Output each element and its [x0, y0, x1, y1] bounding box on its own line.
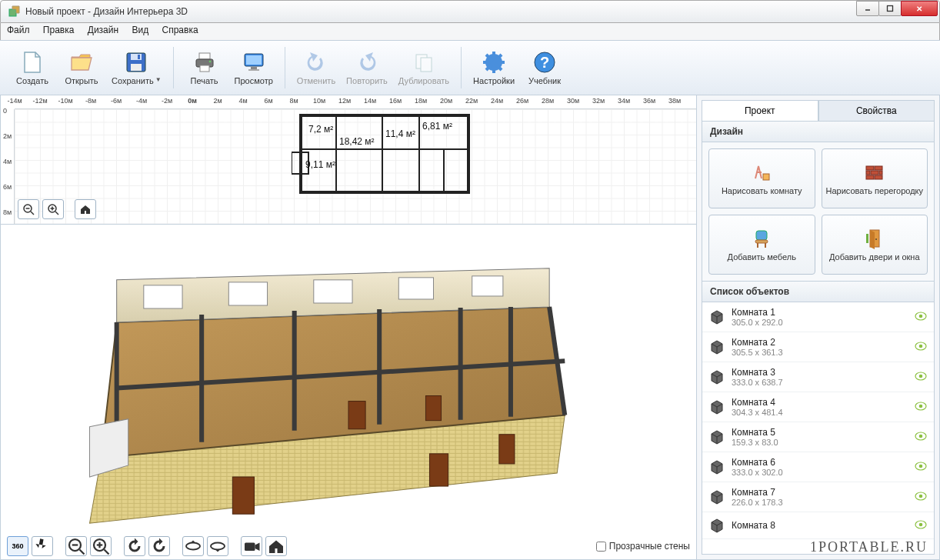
visibility-icon[interactable]: [914, 342, 928, 353]
visibility-icon[interactable]: [914, 492, 928, 503]
door-icon: [864, 228, 885, 249]
create-button[interactable]: Создать: [8, 44, 57, 92]
rotate-right-button[interactable]: [148, 536, 170, 556]
svg-rect-72: [879, 171, 882, 175]
svg-rect-6: [131, 64, 142, 71]
object-list-item[interactable]: Комната 4304.3 x 481.4: [702, 392, 934, 422]
svg-rect-73: [866, 175, 874, 179]
view-360-button[interactable]: 360: [7, 536, 28, 556]
svg-rect-55: [499, 435, 515, 464]
svg-point-65: [211, 543, 225, 550]
object-list-item[interactable]: Комната 5159.3 x 83.0: [702, 422, 934, 452]
menu-view[interactable]: Вид: [132, 25, 148, 35]
duplicate-icon: [412, 50, 436, 75]
cube-icon: [708, 308, 725, 325]
svg-rect-15: [248, 69, 259, 71]
svg-point-86: [919, 314, 923, 318]
view-2d[interactable]: -2м-4м-6м-8м-10м-12м-14м0м2м4м6м8м10м12м…: [1, 95, 696, 225]
svg-rect-68: [866, 166, 874, 170]
view-3d[interactable]: 360 Прозрачные стены: [1, 225, 696, 559]
zoom-in-3d[interactable]: [90, 536, 112, 556]
ruler-tick: 2м: [213, 97, 222, 105]
save-dropdown-icon[interactable]: ▼: [155, 76, 162, 83]
camera-button[interactable]: [241, 536, 262, 556]
tilt-up-button[interactable]: [182, 536, 204, 556]
floor-plan[interactable]: 7,2 м² 18,42 м² 11,4 м² 6,81 м² 9,11 м²: [292, 112, 470, 197]
object-list-item[interactable]: Комната 1305.0 x 292.0: [702, 302, 934, 332]
object-list[interactable]: Комната 1305.0 x 292.0Комната 2305.5 x 3…: [702, 302, 934, 554]
ruler-tick: 4м: [238, 97, 247, 105]
svg-rect-54: [429, 454, 448, 486]
undo-button[interactable]: Отменить: [292, 44, 341, 92]
visibility-icon[interactable]: [914, 372, 928, 383]
draw-room-icon: [751, 162, 772, 183]
draw-partition-button[interactable]: Нарисовать перегородку: [822, 148, 928, 208]
preview-button[interactable]: Просмотр: [229, 44, 278, 92]
svg-rect-52: [425, 396, 441, 421]
transparent-walls-input[interactable]: [596, 542, 606, 552]
print-button[interactable]: Печать: [180, 44, 229, 92]
svg-rect-53: [232, 477, 254, 514]
add-furniture-button[interactable]: Добавить мебель: [708, 215, 815, 275]
window-maximize[interactable]: [878, 1, 902, 16]
object-list-item[interactable]: Комната 6333.0 x 302.0: [702, 452, 934, 482]
visibility-icon[interactable]: [914, 432, 928, 443]
object-list-item[interactable]: Комната 3333.0 x 638.7: [702, 362, 934, 392]
draw-room-button[interactable]: Нарисовать комнату: [708, 148, 815, 208]
ruler-tick: 22м: [465, 97, 478, 105]
window-minimize[interactable]: [856, 1, 879, 16]
menu-design[interactable]: Дизайн: [88, 25, 118, 35]
svg-text:?: ?: [540, 54, 549, 71]
open-button[interactable]: Открыть: [57, 44, 106, 92]
ruler-tick: 24м: [491, 97, 503, 105]
visibility-icon[interactable]: [914, 402, 928, 413]
save-button[interactable]: Сохранить▼: [106, 44, 167, 92]
home-2d[interactable]: [75, 199, 96, 219]
home-3d[interactable]: [265, 536, 287, 556]
menu-edit[interactable]: Правка: [43, 25, 75, 35]
window-close[interactable]: ✕: [901, 1, 938, 16]
main-toolbar: Создать Открыть Сохранить▼ Печать Просмо…: [0, 40, 940, 95]
object-list-item[interactable]: Комната 2305.5 x 361.3: [702, 332, 934, 362]
redo-button[interactable]: Повторить: [341, 44, 393, 92]
svg-rect-14: [251, 67, 257, 69]
ruler-tick-zero: 0м: [188, 97, 197, 105]
transparent-walls-checkbox[interactable]: Прозрачные стены: [596, 541, 690, 552]
object-name: Комната 3: [732, 367, 914, 378]
object-name: Комната 4: [732, 397, 914, 408]
ruler-tick: 30м: [567, 97, 579, 105]
visibility-icon[interactable]: [914, 520, 928, 532]
tab-project[interactable]: Проект: [702, 100, 818, 121]
svg-rect-51: [348, 402, 365, 429]
ruler-v-tick: 2м: [3, 132, 12, 140]
svg-point-98: [919, 404, 923, 408]
tutorial-button[interactable]: ? Учебник: [520, 44, 569, 92]
svg-rect-69: [875, 166, 882, 170]
object-list-item[interactable]: Комната 7226.0 x 178.3: [702, 482, 934, 512]
duplicate-button[interactable]: Дублировать: [393, 44, 455, 92]
ruler-tick: 8м: [289, 97, 298, 105]
menu-help[interactable]: Справка: [162, 25, 198, 35]
tilt-down-button[interactable]: [207, 536, 228, 556]
svg-rect-47: [228, 282, 267, 305]
zoom-out-2d[interactable]: [18, 199, 39, 219]
svg-line-34: [31, 212, 34, 215]
tab-properties[interactable]: Свойства: [818, 100, 935, 121]
visibility-icon[interactable]: [914, 312, 928, 323]
svg-marker-80: [870, 230, 875, 249]
settings-button[interactable]: Настройки: [468, 44, 520, 92]
ruler-tick: -12м: [32, 97, 47, 105]
object-list-item[interactable]: Комната 8: [702, 512, 934, 539]
visibility-icon[interactable]: [914, 462, 928, 473]
ruler-tick: -4м: [136, 97, 147, 105]
zoom-out-3d[interactable]: [65, 536, 87, 556]
svg-point-90: [919, 344, 923, 348]
pan-button[interactable]: [32, 536, 53, 556]
folder-open-icon: [69, 50, 94, 75]
add-doors-button[interactable]: Добавить двери и окна: [822, 215, 928, 275]
zoom-in-2d[interactable]: [42, 199, 64, 219]
rotate-left-button[interactable]: [124, 536, 145, 556]
svg-line-37: [55, 212, 58, 215]
svg-rect-76: [755, 240, 768, 243]
menu-file[interactable]: Файл: [7, 25, 30, 35]
